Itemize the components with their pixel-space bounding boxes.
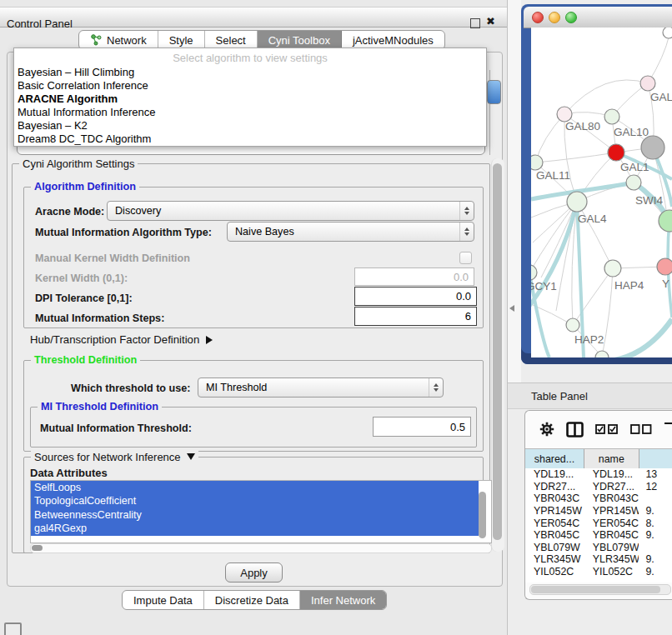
algorithm-option[interactable]: Bayesian – K2 xyxy=(14,119,486,132)
hide-columns-icon[interactable] xyxy=(630,424,652,434)
table-cell: YPR145W xyxy=(525,505,584,518)
kernel-width-input[interactable]: 0.0 xyxy=(354,268,474,286)
network-graph: GALGAL80GAL10GAL1GAL11SWI4GAL4HAP4YGCY1H… xyxy=(531,28,672,358)
tab-jactivemnodules[interactable]: jActiveMNodules xyxy=(342,31,444,49)
network-node[interactable] xyxy=(566,318,579,332)
which-threshold-value: MI Threshold xyxy=(198,382,429,393)
algorithm-option[interactable]: Mutual Information Inference xyxy=(14,106,486,119)
table-column-header[interactable]: name xyxy=(584,449,639,468)
attributes-scrollbar-thumb[interactable] xyxy=(479,492,486,538)
algorithm-combo-stepper[interactable] xyxy=(487,80,501,104)
hub-definition-section[interactable]: Hub/Transcription Factor Definition xyxy=(30,333,213,346)
gear-icon[interactable] xyxy=(539,422,554,437)
network-node-label: GAL4 xyxy=(578,212,607,225)
algorithm-option[interactable]: Dream8 DC_TDC Algorithm xyxy=(14,132,486,146)
dpi-tolerance-label: DPI Tolerance [0,1]: xyxy=(35,292,133,304)
network-node-label: GAL80 xyxy=(565,120,600,132)
float-window-icon[interactable] xyxy=(470,18,480,28)
zoom-traffic-light[interactable] xyxy=(565,12,577,23)
table-cell: 12 xyxy=(639,481,672,493)
network-node[interactable] xyxy=(604,109,619,124)
tab-cyni-toolbox[interactable]: Cyni Toolbox xyxy=(258,31,342,49)
mi-algorithm-type-combo[interactable]: Naive Bayes xyxy=(227,222,474,242)
table-row[interactable]: YDL19...YDL19...13 xyxy=(525,468,672,481)
attributes-hscrollbar-thumb[interactable] xyxy=(32,545,43,551)
combo-stepper-icon xyxy=(459,222,474,241)
mi-algorithm-type-value: Naive Bayes xyxy=(228,226,459,238)
data-attributes-list[interactable]: SelfLoopsTopologicalCoefficientBetweenne… xyxy=(30,480,492,543)
table-row[interactable]: YER054CYER054C8. xyxy=(525,518,672,530)
table-row[interactable]: YBR045CYBR045C9. xyxy=(525,529,672,542)
attribute-item-selected[interactable]: gal4RGexp xyxy=(31,522,479,535)
collapsed-panel-icon[interactable] xyxy=(4,622,22,635)
mi-steps-input[interactable]: 6 xyxy=(354,307,477,326)
tab-style[interactable]: Style xyxy=(158,31,205,49)
network-node[interactable] xyxy=(567,192,587,212)
close-icon[interactable]: ✖ xyxy=(486,15,495,28)
manual-kernel-label: Manual Kernel Width Definition xyxy=(35,252,190,264)
network-node[interactable] xyxy=(608,144,624,161)
which-threshold-combo[interactable]: MI Threshold xyxy=(198,378,444,398)
table-column-header[interactable] xyxy=(639,449,672,468)
table-row[interactable]: YDR27...YDR27...12 xyxy=(525,481,672,493)
algorithm-option[interactable]: Bayesian – Hill Climbing xyxy=(14,66,486,79)
attribute-item-selected[interactable]: TopologicalCoefficient xyxy=(31,494,479,508)
function-icon[interactable] xyxy=(664,422,672,437)
tab-impute-data[interactable]: Impute Data xyxy=(123,591,204,609)
network-node[interactable] xyxy=(626,175,641,190)
algorithm-option[interactable]: ARACNE Algorithm xyxy=(14,92,486,106)
aracne-mode-label: Aracne Mode: xyxy=(35,206,104,218)
aracne-mode-combo[interactable]: Discovery xyxy=(107,201,474,221)
settings-scrollbar-thumb[interactable] xyxy=(493,163,502,540)
tab-network[interactable]: Network xyxy=(79,31,158,49)
network-node[interactable] xyxy=(641,136,664,159)
algorithm-option[interactable]: Basic Correlation Inference xyxy=(14,79,486,92)
table-row[interactable]: YLR345WYLR345W9. xyxy=(525,553,672,566)
table-cell: 9. xyxy=(639,566,672,578)
network-node[interactable] xyxy=(659,210,672,232)
network-node[interactable] xyxy=(604,260,621,277)
network-node[interactable] xyxy=(531,265,537,280)
table-row[interactable]: YBR043CYBR043C xyxy=(525,492,672,505)
mi-threshold-input[interactable]: 0.5 xyxy=(373,417,471,437)
network-canvas[interactable]: GALGAL80GAL10GAL1GAL11SWI4GAL4HAP4YGCY1H… xyxy=(531,28,672,358)
attribute-item-selected[interactable]: SelfLoops xyxy=(31,481,479,494)
network-window-titlebar[interactable] xyxy=(524,7,672,28)
network-node[interactable] xyxy=(657,258,672,275)
table-row[interactable]: YPR145WYPR145W9. xyxy=(525,505,672,518)
tab-style-label: Style xyxy=(169,34,193,47)
tab-select[interactable]: Select xyxy=(205,31,258,49)
column-view-icon[interactable] xyxy=(566,422,584,438)
threshold-definition-title: Threshold Definition xyxy=(31,354,140,366)
table-row[interactable]: YBL079WYBL079W xyxy=(525,542,672,554)
network-node-label: GCY1 xyxy=(531,280,557,292)
divider-collapse-icon[interactable] xyxy=(509,305,514,312)
algorithm-dropdown-popup: Select algorithm to view settings Bayesi… xyxy=(13,48,487,147)
table-cell: YBL079W xyxy=(584,542,639,554)
network-node[interactable] xyxy=(531,155,543,170)
dpi-tolerance-input[interactable]: 0.0 xyxy=(354,287,477,306)
table-row[interactable]: YIL052CYIL052C9. xyxy=(525,566,672,578)
table-column-header[interactable]: shared... xyxy=(525,449,584,468)
attributes-hscrollbar-track[interactable] xyxy=(30,543,492,553)
expand-arrow-icon[interactable] xyxy=(187,453,195,460)
combo-stepper-icon xyxy=(459,202,474,220)
apply-button[interactable]: Apply xyxy=(225,562,283,582)
collapse-arrow-icon[interactable] xyxy=(206,336,213,344)
table-hscrollbar-thumb[interactable] xyxy=(531,586,660,593)
network-node[interactable] xyxy=(640,76,655,91)
network-view-window[interactable]: GALGAL80GAL10GAL1GAL11SWI4GAL4HAP4YGCY1H… xyxy=(521,4,672,364)
attribute-item-selected[interactable]: BetweennessCentrality xyxy=(31,508,479,522)
manual-kernel-checkbox[interactable] xyxy=(459,252,472,264)
close-traffic-light[interactable] xyxy=(532,12,544,23)
show-columns-icon[interactable] xyxy=(595,424,619,434)
minimize-traffic-light[interactable] xyxy=(549,12,560,23)
tab-network-label: Network xyxy=(107,34,147,47)
table-cell: YLR345W xyxy=(584,553,639,566)
network-node[interactable] xyxy=(663,28,672,38)
tab-cyni-toolbox-label: Cyni Toolbox xyxy=(268,34,330,47)
tab-infer-network[interactable]: Infer Network xyxy=(300,591,386,609)
algorithm-definition-title: Algorithm Definition xyxy=(31,181,139,192)
table-cell: YDL19... xyxy=(525,468,584,481)
tab-discretize-data[interactable]: Discretize Data xyxy=(204,591,300,609)
